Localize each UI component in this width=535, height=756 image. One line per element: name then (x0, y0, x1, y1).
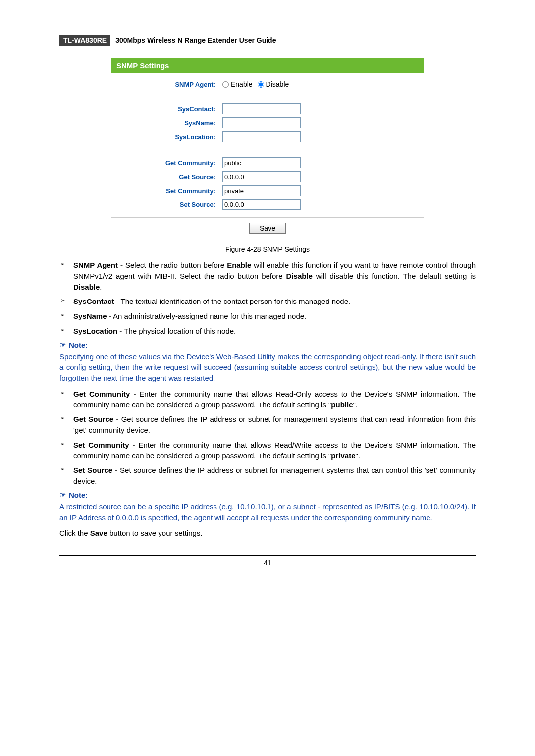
b3-t: An administratively-assigned name for th… (111, 312, 307, 320)
syscontact-row: SysContact: (111, 102, 424, 116)
snmp-agent-label: SNMP Agent: (111, 81, 222, 88)
bullet-list-2: Get Community - Enter the community name… (59, 389, 476, 487)
b1-a: Select the radio button before (123, 261, 227, 269)
note-label-1: Note: (69, 341, 88, 349)
note-label-2: Note: (69, 491, 88, 499)
close-a: Click the (59, 529, 90, 537)
set-source-input[interactable] (222, 199, 301, 210)
sys-section: SysContact: SysName: SysLocation: (111, 96, 424, 150)
enable-text: Enable (231, 80, 253, 88)
syslocation-label: SysLocation: (111, 133, 222, 141)
sysname-label: SysName: (111, 119, 222, 127)
save-button[interactable]: Save (249, 223, 286, 234)
snmp-agent-row: SNMP Agent: Enable Disable (111, 79, 424, 90)
syslocation-input[interactable] (222, 131, 301, 142)
sysname-input[interactable] (222, 117, 301, 128)
close-b: Save (90, 529, 107, 537)
bullet-snmp-agent: SNMP Agent - Select the radio button bef… (59, 260, 476, 292)
set-community-input[interactable] (222, 185, 301, 196)
disable-text: Disable (266, 80, 289, 88)
snmp-form-body: SNMP Agent: Enable Disable SysContact (111, 73, 424, 240)
save-row: Save (111, 218, 424, 240)
figure-caption: Figure 4-28 SNMP Settings (59, 245, 476, 253)
b4-t: The physical location of this node. (122, 327, 236, 335)
g1-b: ". (353, 401, 358, 409)
set-community-row: Set Community: (111, 184, 424, 198)
g4-t: Set source defines the IP address or sub… (73, 466, 476, 485)
b1-c: will disable this function. The default … (313, 272, 476, 280)
enable-radio[interactable] (222, 81, 229, 88)
b2-t: The textual identification of the contac… (119, 297, 351, 305)
b1-d: . (100, 283, 102, 291)
snmp-panel-title: SNMP Settings (111, 58, 424, 73)
b1-strong3: Disable (286, 272, 313, 280)
syslocation-row: SysLocation: (111, 130, 424, 144)
model-badge: TL-WA830RE (59, 35, 110, 46)
hand-icon: ☞ (59, 491, 66, 499)
g2-strong: Get Source - (73, 415, 118, 423)
disable-radio[interactable] (258, 81, 264, 88)
bullet-syscontact: SysContact - The textual identification … (59, 296, 476, 307)
g3-strong2: private (331, 452, 355, 460)
b1-strong: SNMP Agent - (73, 261, 123, 269)
page-root: TL-WA830RE 300Mbps Wireless N Range Exte… (0, 0, 535, 592)
note-heading-1: ☞Note: (59, 341, 476, 350)
g2-t: Get source defines the IP address or sub… (73, 415, 476, 434)
get-community-row: Get Community: (111, 156, 424, 170)
g1-strong: Get Community - (73, 390, 136, 398)
close-c: button to save your settings. (107, 529, 203, 537)
doc-title: 300Mbps Wireless N Range Extender User G… (115, 36, 276, 44)
note-body-2: A restricted source can be a specific IP… (59, 502, 476, 523)
bullet-syslocation: SysLocation - The physical location of t… (59, 326, 476, 337)
bullet-get-community: Get Community - Enter the community name… (59, 389, 476, 410)
sysname-row: SysName: (111, 116, 424, 130)
page-number: 41 (59, 555, 476, 567)
bullet-get-source: Get Source - Get source defines the IP a… (59, 414, 476, 436)
b1-strong4: Disable (73, 283, 100, 291)
b2-strong: SysContact - (73, 297, 119, 305)
set-community-label: Set Community: (111, 187, 222, 195)
b4-strong: SysLocation - (73, 327, 122, 335)
bullet-set-community: Set Community - Enter the community name… (59, 440, 476, 461)
hand-icon: ☞ (59, 341, 66, 349)
bullet-list-1: SNMP Agent - Select the radio button bef… (59, 260, 476, 337)
set-source-row: Set Source: (111, 198, 424, 211)
snmp-panel-wrap: SNMP Settings SNMP Agent: Enable Disable (59, 58, 476, 240)
get-source-input[interactable] (222, 171, 301, 182)
doc-header: TL-WA830RE 300Mbps Wireless N Range Exte… (59, 35, 476, 47)
b1-strong2: Enable (227, 261, 251, 269)
note-body-1: Specifying one of these values via the D… (59, 352, 476, 384)
bullet-set-source: Set Source - Set source defines the IP a… (59, 465, 476, 487)
bullet-sysname: SysName - An administratively-assigned n… (59, 311, 476, 322)
get-source-row: Get Source: (111, 170, 424, 184)
set-source-label: Set Source: (111, 201, 222, 208)
g4-strong: Set Source - (73, 466, 117, 474)
b3-strong: SysName - (73, 312, 111, 320)
g3-b: ". (356, 452, 361, 460)
enable-radio-label[interactable]: Enable (222, 80, 253, 88)
syscontact-input[interactable] (222, 103, 301, 114)
disable-radio-label[interactable]: Disable (258, 80, 289, 88)
get-community-label: Get Community: (111, 159, 222, 167)
community-section: Get Community: Get Source: Set Community… (111, 150, 424, 218)
snmp-agent-section: SNMP Agent: Enable Disable (111, 73, 424, 96)
syscontact-label: SysContact: (111, 105, 222, 113)
get-source-label: Get Source: (111, 173, 222, 181)
get-community-input[interactable] (222, 157, 301, 168)
snmp-panel: SNMP Settings SNMP Agent: Enable Disable (111, 58, 424, 240)
note-heading-2: ☞Note: (59, 491, 476, 500)
g3-strong: Set Community - (73, 441, 135, 449)
closing-paragraph: Click the Save button to save your setti… (59, 528, 476, 539)
g1-strong2: public (331, 401, 353, 409)
